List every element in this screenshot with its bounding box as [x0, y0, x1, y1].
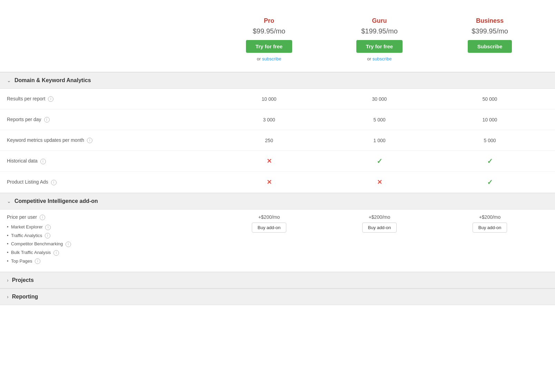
- addon-price-pro: +$200/mo: [258, 214, 280, 220]
- addon-col-business: +$200/mo Buy add-on: [435, 214, 545, 267]
- subscribe-link-pro[interactable]: subscribe: [262, 56, 281, 61]
- feature-label-pla: Product Listing Ads i: [0, 179, 214, 185]
- header-row: Pro $99.95/mo Try for free or subscribe …: [0, 7, 555, 72]
- info-icon-competitor-benchmarking: i: [66, 242, 71, 247]
- plan-name-guru: Guru: [372, 17, 387, 24]
- row-historical-data: Historical data i ✕ ✓ ✓: [0, 151, 555, 172]
- addon-features-list: Market Explorer i Traffic Analytics i Co…: [7, 224, 214, 264]
- info-icon-pla: i: [51, 180, 57, 185]
- section-domain-keyword[interactable]: ⌄ Domain & Keyword Analytics: [0, 72, 555, 89]
- buy-addon-button-pro[interactable]: Buy add-on: [252, 223, 287, 233]
- plan-price-business: $399.95/mo: [472, 27, 508, 35]
- check-icon-pla-business: ✓: [487, 178, 493, 186]
- info-icon-market-explorer: i: [45, 225, 51, 230]
- value-reports-guru: 5 000: [324, 117, 435, 122]
- addon-col-pro: +$200/mo Buy add-on: [214, 214, 324, 267]
- plan-price-pro: $99.95/mo: [253, 27, 286, 35]
- feature-label-historical: Historical data i: [0, 158, 214, 164]
- cross-icon-historical-pro: ✕: [267, 158, 272, 165]
- section-projects[interactable]: › Projects: [0, 272, 555, 288]
- list-item-top-pages: Top Pages i: [7, 258, 214, 264]
- section-domain-keyword-title: Domain & Keyword Analytics: [14, 77, 91, 84]
- value-historical-guru: ✓: [324, 157, 435, 165]
- chevron-right-icon-reporting: ›: [7, 294, 9, 300]
- addon-list-labels: Price per user i Market Explorer i Traff…: [0, 214, 214, 267]
- feature-label-reports: Reports per day i: [0, 117, 214, 122]
- value-results-business: 50 000: [435, 96, 545, 102]
- try-free-button-pro[interactable]: Try for free: [246, 40, 292, 53]
- addon-price-guru: +$200/mo: [369, 214, 390, 220]
- row-addon-price: Price per user i Market Explorer i Traff…: [0, 209, 555, 272]
- section-reporting[interactable]: › Reporting: [0, 288, 555, 305]
- addon-col-guru: +$200/mo Buy add-on: [324, 214, 435, 267]
- plan-name-business: Business: [476, 17, 504, 24]
- feature-label-results: Results per report i: [0, 96, 214, 102]
- value-keyword-guru: 1 000: [324, 138, 435, 143]
- check-icon-historical-business: ✓: [487, 157, 493, 165]
- addon-price-business: +$200/mo: [479, 214, 501, 220]
- plan-col-guru: Guru $199.95/mo Try for free or subscrib…: [324, 14, 435, 65]
- value-pla-guru: ✕: [324, 178, 435, 186]
- list-item-traffic-analytics: Traffic Analytics i: [7, 233, 214, 239]
- row-results-per-report: Results per report i 10 000 30 000 50 00…: [0, 89, 555, 109]
- value-historical-business: ✓: [435, 157, 545, 165]
- section-projects-title: Projects: [12, 277, 34, 283]
- cross-icon-pla-guru: ✕: [377, 179, 382, 186]
- info-icon-reports: i: [44, 117, 50, 122]
- or-subscribe-pro: or subscribe: [257, 56, 281, 61]
- buy-addon-button-business[interactable]: Buy add-on: [473, 223, 507, 233]
- section-reporting-title: Reporting: [12, 294, 38, 300]
- value-results-pro: 10 000: [214, 96, 324, 102]
- row-product-listing-ads: Product Listing Ads i ✕ ✕ ✓: [0, 172, 555, 193]
- plan-price-guru: $199.95/mo: [361, 27, 398, 35]
- plan-col-pro: Pro $99.95/mo Try for free or subscribe: [214, 14, 324, 65]
- row-keyword-metrics: Keyword metrics updates per month i 250 …: [0, 130, 555, 151]
- info-icon-bulk-traffic: i: [53, 250, 59, 256]
- chevron-down-icon: ⌄: [7, 78, 11, 83]
- info-icon-historical: i: [40, 159, 46, 164]
- value-results-guru: 30 000: [324, 96, 435, 102]
- list-item-market-explorer: Market Explorer i: [7, 224, 214, 230]
- value-reports-business: 10 000: [435, 117, 545, 122]
- feature-label-keyword-metrics: Keyword metrics updates per month i: [0, 137, 214, 143]
- or-subscribe-guru: or subscribe: [367, 56, 392, 61]
- list-item-competitor-benchmarking: Competitor Benchmarking i: [7, 241, 214, 247]
- subscribe-link-guru[interactable]: subscribe: [373, 56, 392, 61]
- subscribe-button-business[interactable]: Subscribe: [468, 40, 512, 53]
- section-ci-title: Competitive Intelligence add-on: [14, 198, 98, 204]
- info-icon-traffic-analytics: i: [45, 233, 50, 238]
- info-icon-results: i: [48, 96, 53, 102]
- value-historical-pro: ✕: [214, 157, 324, 165]
- row-reports-per-day: Reports per day i 3 000 5 000 10 000: [0, 109, 555, 130]
- value-pla-business: ✓: [435, 178, 545, 186]
- addon-price-main-label: Price per user i: [7, 214, 214, 220]
- pricing-table: Pro $99.95/mo Try for free or subscribe …: [0, 0, 555, 392]
- chevron-right-icon-projects: ›: [7, 277, 9, 283]
- buy-addon-button-guru[interactable]: Buy add-on: [362, 223, 397, 233]
- cross-icon-pla-pro: ✕: [267, 179, 272, 186]
- info-icon-top-pages: i: [35, 258, 40, 264]
- info-icon-keyword-metrics: i: [87, 138, 92, 143]
- list-item-bulk-traffic: Bulk Traffic Analysis i: [7, 250, 214, 256]
- value-keyword-pro: 250: [214, 138, 324, 143]
- value-pla-pro: ✕: [214, 178, 324, 186]
- try-free-button-guru[interactable]: Try for free: [356, 40, 403, 53]
- chevron-down-icon-ci: ⌄: [7, 198, 11, 204]
- info-icon-price-per-user: i: [40, 215, 45, 220]
- value-reports-pro: 3 000: [214, 117, 324, 122]
- section-competitive-intelligence[interactable]: ⌄ Competitive Intelligence add-on: [0, 193, 555, 209]
- plan-name-pro: Pro: [264, 17, 274, 24]
- check-icon-historical-guru: ✓: [377, 157, 383, 165]
- value-keyword-business: 5 000: [435, 138, 545, 143]
- plan-col-business: Business $399.95/mo Subscribe: [435, 14, 545, 65]
- feature-col-empty: [0, 14, 214, 65]
